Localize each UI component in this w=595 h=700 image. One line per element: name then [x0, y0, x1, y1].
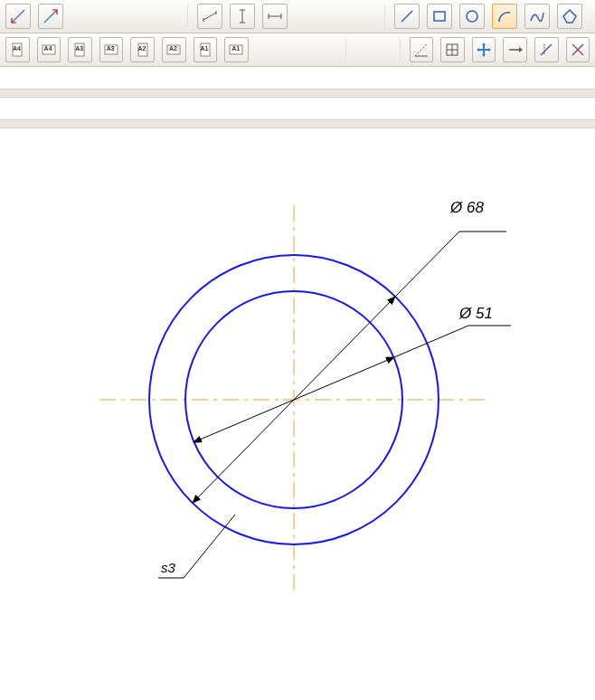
- paper-a3-portrait[interactable]: A3: [68, 37, 92, 62]
- svg-line-37: [395, 232, 459, 297]
- draw-polygon-icon[interactable]: [557, 4, 582, 29]
- line-start-icon[interactable]: [5, 4, 31, 29]
- paper-label: A1: [201, 45, 209, 52]
- svg-line-2: [203, 13, 216, 20]
- band-separator: [0, 89, 595, 98]
- line-end-icon[interactable]: [38, 4, 63, 29]
- move-icon[interactable]: [472, 37, 496, 62]
- toolbar-separator: [187, 5, 189, 28]
- ribbon-gap: [0, 67, 595, 89]
- svg-marker-29: [519, 47, 523, 52]
- draw-line-icon[interactable]: [394, 4, 420, 29]
- svg-line-1: [44, 10, 57, 23]
- hatch-grid-icon[interactable]: [440, 37, 465, 62]
- paper-a1-portrait[interactable]: A1: [194, 37, 218, 62]
- toolbar-row-2: A4 A4 A3 A3 A2 A2 A1 A1: [0, 33, 595, 67]
- dimension-outer[interactable]: [193, 232, 506, 503]
- toolbar-separator: [345, 38, 347, 61]
- paper-a4-landscape[interactable]: A4: [37, 37, 61, 62]
- note-label: s3: [161, 560, 175, 575]
- toolbar-row-1: [0, 0, 595, 33]
- svg-point-13: [467, 11, 477, 22]
- paper-a3-landscape[interactable]: A3: [99, 37, 124, 62]
- svg-line-42: [184, 515, 235, 578]
- svg-line-0: [12, 10, 24, 23]
- svg-line-30: [541, 44, 552, 55]
- paper-label: A3: [107, 45, 115, 52]
- drawing-canvas[interactable]: Ø 68 Ø 51 s3: [0, 128, 595, 689]
- svg-line-11: [401, 11, 412, 22]
- paper-a4-portrait[interactable]: A4: [5, 37, 30, 62]
- toolbar-separator: [384, 5, 386, 28]
- paper-label: A1: [231, 45, 240, 52]
- paper-label: A2: [137, 45, 146, 52]
- draw-circle-icon[interactable]: [459, 4, 485, 29]
- dim-outer-label: Ø 68: [450, 199, 484, 217]
- dim-inner-label: Ø 51: [459, 305, 493, 323]
- draw-rect-icon[interactable]: [427, 4, 452, 29]
- svg-rect-12: [434, 12, 445, 21]
- paper-a1-landscape[interactable]: A1: [224, 37, 249, 62]
- extend-right-icon[interactable]: [503, 37, 527, 62]
- dim-horizontal-icon[interactable]: [197, 4, 222, 29]
- toolbar-separator: [400, 38, 401, 61]
- paper-label: A4: [44, 45, 52, 52]
- draw-arc-icon[interactable]: [492, 4, 517, 29]
- dim-vertical-icon[interactable]: [230, 4, 255, 29]
- trim-icon[interactable]: [534, 37, 559, 62]
- paper-a2-portrait[interactable]: A2: [130, 37, 155, 62]
- svg-marker-14: [563, 10, 576, 23]
- svg-line-23: [415, 43, 428, 56]
- paper-label: A2: [169, 45, 177, 52]
- paper-label: A4: [13, 45, 21, 52]
- draw-spline-icon[interactable]: [524, 4, 550, 29]
- hatch-angle-icon[interactable]: [410, 37, 434, 62]
- dimension-inner[interactable]: [194, 326, 511, 442]
- cut-diag-icon[interactable]: [566, 37, 590, 62]
- paper-a2-landscape[interactable]: A2: [162, 37, 186, 62]
- paper-label: A3: [75, 45, 83, 52]
- band-separator: [0, 119, 595, 128]
- dim-axis-icon[interactable]: [262, 4, 288, 29]
- header-area: [0, 98, 595, 119]
